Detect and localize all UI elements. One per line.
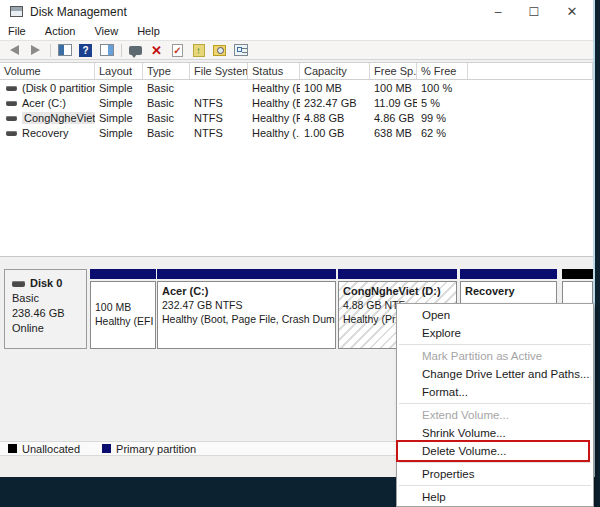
menu-separator [399, 462, 591, 463]
menu-item-delete-volume[interactable]: Delete Volume... [397, 442, 593, 460]
volume-name: CongNgheViet (... [22, 112, 95, 124]
volume-icon [6, 116, 17, 121]
toolbar-separator [121, 44, 122, 57]
partition-context-menu: Open Explore Mark Partition as Active Ch… [396, 303, 594, 507]
menu-bar: File Action View Help [0, 24, 593, 40]
menu-item-change-drive-letter[interactable]: Change Drive Letter and Paths... [397, 365, 593, 383]
menu-item-shrink-volume[interactable]: Shrink Volume... [397, 424, 593, 442]
disk-size: 238.46 GB [12, 306, 86, 321]
menu-separator [399, 344, 591, 345]
menu-action[interactable]: Action [37, 24, 84, 38]
volume-list: Volume Layout Type File System Status Ca… [0, 62, 593, 256]
menu-separator [399, 403, 591, 404]
menu-separator [399, 485, 591, 486]
unallocated-bar [562, 269, 593, 279]
properties-check-icon[interactable]: ✓ [169, 43, 186, 58]
column-header-pct-free[interactable]: % Free [417, 63, 468, 79]
menu-item-extend-volume: Extend Volume... [397, 406, 593, 424]
find-icon[interactable] [211, 43, 228, 58]
partition-efi[interactable]: 100 MB Healthy (EFI : [90, 269, 156, 349]
disk-type: Basic [12, 291, 86, 306]
partition-acer-c[interactable]: Acer (C:) 232.47 GB NTFS Healthy (Boot, … [157, 269, 336, 349]
volume-icon [6, 101, 17, 106]
table-row-selected[interactable]: CongNgheViet (... Simple Basic NTFS Heal… [0, 111, 593, 125]
volume-icon [6, 86, 17, 91]
window-title: Disk Management [30, 5, 127, 19]
menu-item-open[interactable]: Open [397, 306, 593, 324]
action-pane-icon[interactable] [98, 43, 115, 58]
screentip-icon[interactable] [127, 43, 144, 58]
back-icon[interactable] [6, 43, 23, 58]
toolbar: ? ✕ ✓ ↑ [0, 40, 593, 60]
table-row[interactable]: Recovery Simple Basic NTFS Healthy (... … [0, 126, 593, 140]
minimize-button[interactable]: – [483, 0, 513, 24]
toolbar-separator [50, 44, 51, 57]
menu-view[interactable]: View [86, 24, 126, 38]
primary-partition-bar [338, 269, 457, 279]
forward-icon[interactable] [27, 43, 44, 58]
help-icon[interactable]: ? [77, 43, 94, 58]
close-button[interactable]: ✕ [557, 0, 587, 24]
menu-item-mark-partition-active: Mark Partition as Active [397, 347, 593, 365]
menu-help[interactable]: Help [129, 24, 168, 38]
disk0-panel[interactable]: Disk 0 Basic 238.46 GB Online [4, 269, 87, 349]
maximize-button[interactable]: ☐ [519, 0, 549, 24]
volume-name: Recovery [22, 127, 68, 139]
console-tree-icon[interactable] [56, 43, 73, 58]
volume-icon [6, 131, 17, 136]
disk-name: Disk 0 [30, 277, 62, 289]
column-header-free-space[interactable]: Free Sp... [370, 63, 417, 79]
volume-name: (Disk 0 partition 1) [22, 82, 95, 94]
menu-item-format[interactable]: Format... [397, 383, 593, 401]
column-header-empty [468, 63, 593, 79]
table-row[interactable]: (Disk 0 partition 1) Simple Basic Health… [0, 81, 593, 95]
details-icon[interactable] [232, 43, 249, 58]
unallocated-swatch [8, 444, 17, 453]
disk-status: Online [12, 321, 86, 336]
menu-item-explore[interactable]: Explore [397, 324, 593, 342]
column-header-status[interactable]: Status [248, 63, 300, 79]
menu-file[interactable]: File [0, 24, 34, 38]
primary-partition-bar [90, 269, 156, 279]
title-bar: Disk Management – ☐ ✕ [0, 0, 593, 24]
legend-primary-label: Primary partition [116, 443, 196, 455]
delete-icon[interactable]: ✕ [148, 43, 165, 58]
menu-item-properties[interactable]: Properties [397, 465, 593, 483]
column-header-type[interactable]: Type [143, 63, 190, 79]
up-level-icon[interactable]: ↑ [190, 43, 207, 58]
volume-name: Acer (C:) [22, 97, 66, 109]
primary-partition-swatch [102, 444, 111, 453]
screenshot-stage: Disk Management – ☐ ✕ File Action View H… [0, 0, 600, 507]
volume-list-header: Volume Layout Type File System Status Ca… [0, 63, 593, 80]
table-row[interactable]: Acer (C:) Simple Basic NTFS Healthy (B..… [0, 96, 593, 110]
column-header-capacity[interactable]: Capacity [300, 63, 370, 79]
app-icon [10, 6, 23, 17]
primary-partition-bar [460, 269, 557, 279]
column-header-layout[interactable]: Layout [95, 63, 143, 79]
disk-icon [12, 281, 25, 287]
column-header-volume[interactable]: Volume [0, 63, 95, 79]
primary-partition-bar [157, 269, 336, 279]
legend-unallocated-label: Unallocated [22, 443, 80, 455]
menu-item-help[interactable]: Help [397, 488, 593, 506]
column-header-file-system[interactable]: File System [190, 63, 248, 79]
